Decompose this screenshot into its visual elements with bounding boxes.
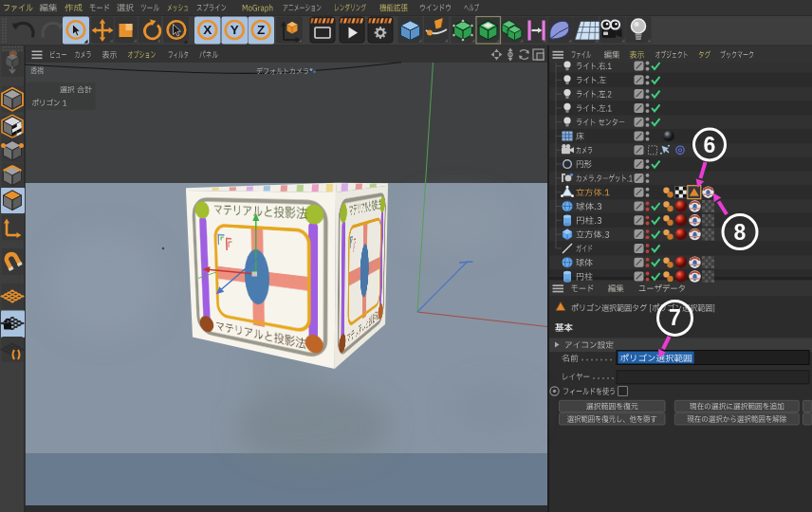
svg-text:Y: Y bbox=[231, 23, 239, 37]
svg-text:X: X bbox=[203, 23, 212, 37]
svg-text:Z: Z bbox=[257, 23, 265, 37]
